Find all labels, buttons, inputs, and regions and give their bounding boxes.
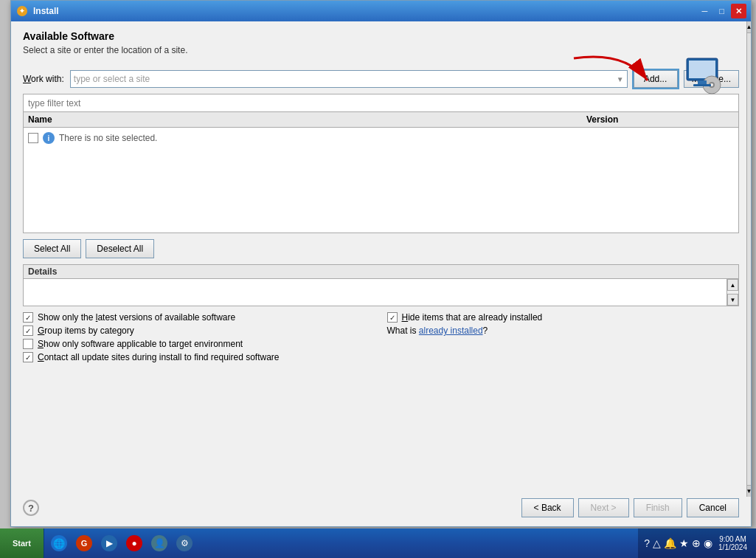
work-with-row: Work with: type or select a site ▼ Add..… xyxy=(23,70,739,88)
finish-button[interactable]: Finish xyxy=(634,498,682,517)
site-combo-value: type or select a site xyxy=(74,74,150,84)
opt-label-contact: Contact all update sites during install … xyxy=(38,352,280,362)
options-section: ✓ Show only the latest versions of avail… xyxy=(23,312,739,362)
window-title: Install xyxy=(33,6,697,16)
select-all-button[interactable]: Select All xyxy=(23,239,81,258)
details-scrollbar: ▲ ▼ xyxy=(726,279,738,306)
minimize-button[interactable]: ─ xyxy=(697,4,712,18)
taskbar-icon-browser[interactable]: 🌐 xyxy=(47,531,71,555)
opt-label-group: Group items by category xyxy=(38,326,134,336)
opt-label-whatis: What is already installed? xyxy=(387,326,488,336)
table-header: Name Version xyxy=(24,112,738,128)
software-table: Name Version i There is no site selected… xyxy=(23,111,739,233)
scroll-down-arrow[interactable]: ▼ xyxy=(727,294,738,306)
title-bar-buttons: ─ □ ✕ xyxy=(697,4,746,18)
opt-checkbox-target[interactable] xyxy=(23,339,33,349)
opt-checkbox-latest[interactable]: ✓ xyxy=(23,312,33,323)
title-bar-icon: ✦ xyxy=(15,4,29,18)
site-dropdown[interactable]: type or select a site ▼ xyxy=(70,70,628,88)
scrollbar-down-arrow[interactable]: ▼ xyxy=(747,485,751,497)
title-bar: ✦ Install ─ □ ✕ xyxy=(11,1,751,21)
navigation-buttons: < Back Next > Finish Cancel xyxy=(521,498,739,517)
help-section: ? xyxy=(23,500,39,516)
table-body: i There is no site selected. xyxy=(24,128,738,148)
tray-time: 9:00 AM 1/1/2024 xyxy=(715,535,750,551)
scrollbar-up-arrow[interactable]: ▲ xyxy=(747,21,751,33)
taskbar-icon-user[interactable]: 👤 xyxy=(148,531,171,555)
add-button[interactable]: Add... xyxy=(634,70,678,88)
opt-checkbox-group[interactable]: ✓ xyxy=(23,326,33,336)
gear-icon: ✦ xyxy=(17,6,27,16)
available-software-subtitle: Select a site or enter the location of a… xyxy=(23,45,739,55)
info-icon: i xyxy=(43,132,55,144)
taskbar-tray: ? △ 🔔 ★ ⊕ ◉ 9:00 AM 1/1/2024 xyxy=(638,528,756,558)
taskbar-icon-red[interactable]: ● xyxy=(122,531,146,555)
row-checkbox[interactable] xyxy=(28,133,38,143)
option-target-env: Show only software applicable to target … xyxy=(23,339,375,349)
opt-checkbox-hide[interactable]: ✓ xyxy=(387,312,398,323)
details-inner xyxy=(24,279,726,306)
svg-rect-6 xyxy=(693,84,711,86)
tray-icon-star[interactable]: ★ xyxy=(679,537,689,549)
col-version-header: Version xyxy=(586,114,734,125)
option-hide-installed: ✓ Hide items that are already installed xyxy=(387,312,740,323)
opt-label-target: Show only software applicable to target … xyxy=(38,339,243,349)
dropdown-arrow-icon: ▼ xyxy=(617,75,624,83)
row-text: There is no site selected. xyxy=(59,133,157,143)
tray-icon-network[interactable]: 🔔 xyxy=(664,537,676,549)
tray-icon-plus[interactable]: ⊕ xyxy=(692,537,701,549)
taskbar-icon-g[interactable]: G xyxy=(72,531,96,555)
taskbar-icons: 🌐 G ▶ ● 👤 ⚙ xyxy=(44,531,638,555)
tray-icon-circle[interactable]: ◉ xyxy=(704,537,712,549)
next-button[interactable]: Next > xyxy=(578,498,629,517)
cancel-button[interactable]: Cancel xyxy=(687,498,739,517)
option-contact-sites: ✓ Contact all update sites during instal… xyxy=(23,352,739,362)
svg-rect-1 xyxy=(689,61,715,78)
opt-label-latest: Show only the latest versions of availab… xyxy=(38,312,235,323)
details-section: Details ▲ ▼ xyxy=(23,264,739,306)
taskbar-icon-settings[interactable]: ⚙ xyxy=(173,531,196,555)
col-name-header: Name xyxy=(28,114,586,125)
option-empty-right xyxy=(387,339,740,349)
option-what-is-installed: What is already installed? xyxy=(387,326,740,336)
opt-label-hide: Hide items that are already installed xyxy=(402,312,543,323)
option-group-category: ✓ Group items by category xyxy=(23,326,375,336)
selection-buttons: Select All Deselect All xyxy=(23,239,739,258)
opt-checkbox-contact[interactable]: ✓ xyxy=(23,352,33,362)
details-content: ▲ ▼ xyxy=(23,278,739,306)
maximize-button[interactable]: □ xyxy=(714,4,729,18)
available-software-title: Available Software xyxy=(23,30,739,42)
close-button[interactable]: ✕ xyxy=(731,4,746,18)
already-installed-link[interactable]: already installed xyxy=(419,326,483,336)
details-label: Details xyxy=(23,264,739,278)
taskbar-icon-arrow[interactable]: ▶ xyxy=(97,531,121,555)
filter-input[interactable] xyxy=(23,94,739,111)
install-dialog: ✦ Install ─ □ ✕ Available Software Selec… xyxy=(10,0,752,527)
computer-icon xyxy=(676,57,727,97)
tray-icon-arrow-up[interactable]: △ xyxy=(653,537,661,549)
svg-rect-5 xyxy=(698,80,707,84)
taskbar: Start 🌐 G ▶ ● 👤 xyxy=(0,528,756,558)
option-latest-versions: ✓ Show only the latest versions of avail… xyxy=(23,312,375,323)
start-button[interactable]: Start xyxy=(0,528,44,558)
back-button[interactable]: < Back xyxy=(521,498,574,517)
tray-icon-help[interactable]: ? xyxy=(644,537,650,549)
window-scrollbar[interactable]: ▲ ▼ xyxy=(746,21,751,497)
work-with-label: Work with: xyxy=(23,74,64,84)
scroll-up-arrow[interactable]: ▲ xyxy=(727,279,738,291)
table-row: i There is no site selected. xyxy=(28,132,734,144)
help-icon[interactable]: ? xyxy=(23,500,39,516)
deselect-all-button[interactable]: Deselect All xyxy=(86,239,154,258)
dialog-content: Available Software Select a site or ente… xyxy=(11,21,751,526)
